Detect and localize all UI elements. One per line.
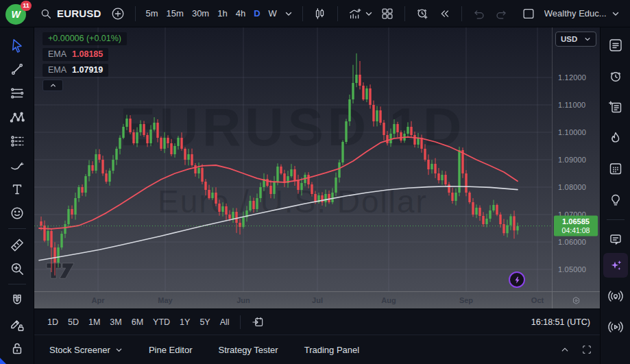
chart-style-button[interactable] — [309, 3, 331, 24]
lightning-bolt-icon — [513, 276, 522, 284]
price-axis[interactable]: USD 1.120001.110001.100001.090001.080001… — [552, 27, 600, 291]
create-alert-button[interactable] — [411, 3, 433, 24]
watchlist-button[interactable] — [603, 33, 628, 58]
interval-5m[interactable]: 5m — [142, 5, 162, 21]
go-to-date-button[interactable] — [246, 313, 269, 332]
clock-utc[interactable]: 16:18:51 (UTC) — [531, 317, 592, 327]
alert-clock-plus-icon — [415, 6, 430, 21]
price-change: +0.00006 (+0.01%) — [48, 34, 121, 43]
interval-1w[interactable]: W — [265, 5, 281, 21]
interval-15m[interactable]: 15m — [162, 5, 188, 21]
interval-1d[interactable]: D — [250, 5, 264, 21]
interval-1h[interactable]: 1h — [213, 5, 231, 21]
alerts-button[interactable] — [603, 64, 628, 88]
time-tick: Sep — [459, 296, 473, 304]
last-price-label: 1.06585 04:41:08 — [554, 215, 598, 236]
undo-arrow-icon — [472, 6, 487, 21]
compare-add-symbol-button[interactable] — [107, 3, 129, 24]
interval-dropdown-button[interactable] — [281, 7, 296, 21]
trend-line-tool-button[interactable] — [4, 57, 30, 81]
toolbar-divider — [135, 6, 136, 21]
zoom-in-icon — [8, 260, 26, 278]
lock-all-drawings-button[interactable] — [4, 336, 30, 360]
ema-slow-row[interactable]: EMA 1.07919 — [43, 64, 108, 77]
symbol-change-row[interactable]: +0.00006 (+0.01%) — [43, 32, 127, 45]
redo-button[interactable] — [490, 3, 512, 24]
watermark-description: Euro / U.S. Dollar — [158, 184, 428, 219]
pattern-tool-button[interactable] — [4, 105, 30, 129]
ema-fast-row[interactable]: EMA 1.08185 — [43, 48, 108, 61]
magnet-mode-button[interactable] — [4, 288, 30, 312]
currency-selector[interactable]: USD — [555, 32, 596, 47]
layout-grid-button[interactable] — [376, 3, 398, 24]
time-tick: May — [158, 296, 172, 304]
fib-retracement-tool-button[interactable] — [4, 81, 30, 105]
app-menu-button[interactable]: W 11 — [5, 2, 29, 25]
instant-trading-button[interactable] — [509, 271, 525, 288]
drawing-toolbar — [0, 27, 34, 364]
time-tick: Jun — [237, 296, 250, 304]
text-icon — [8, 180, 26, 198]
brush-tool-button[interactable] — [4, 153, 30, 177]
range-1y[interactable]: 1Y — [175, 315, 195, 330]
redo-arrow-icon — [494, 6, 509, 21]
panel-expand-button[interactable] — [559, 343, 571, 356]
watchlist-icon — [607, 37, 624, 53]
notifications-button[interactable] — [603, 358, 628, 364]
indicator-label: EMA — [48, 49, 66, 59]
range-5d[interactable]: 5D — [63, 315, 84, 330]
ideas-button[interactable] — [603, 187, 628, 212]
range-3m[interactable]: 3M — [105, 315, 126, 330]
range-1m[interactable]: 1M — [84, 315, 105, 330]
measure-tool-button[interactable] — [4, 232, 30, 256]
text-tool-button[interactable] — [4, 177, 30, 201]
interval-30m[interactable]: 30m — [188, 5, 213, 21]
indicators-button[interactable] — [344, 3, 376, 24]
alarm-clock-icon — [607, 68, 624, 84]
sidebar-divider — [607, 219, 625, 220]
streams-button[interactable] — [603, 315, 628, 339]
emoji-tool-button[interactable] — [4, 201, 30, 225]
chat-button[interactable] — [603, 227, 628, 252]
tab-stock-screener[interactable]: Stock Screener — [49, 345, 123, 355]
drawing-mode-lock-button[interactable] — [4, 312, 30, 336]
legend-collapse-button[interactable] — [43, 80, 63, 91]
chart-settings-corner-button[interactable] — [552, 291, 600, 308]
projection-tool-button[interactable] — [4, 129, 30, 153]
range-all[interactable]: All — [215, 315, 234, 330]
xabcd-pattern-icon — [8, 108, 26, 126]
broadcast-bulb-icon — [607, 288, 624, 304]
live-ideas-button[interactable] — [603, 284, 628, 308]
tab-strategy-tester[interactable]: Strategy Tester — [218, 345, 278, 355]
chart-area[interactable]: EURUSD 1D Euro / U.S. Dollar +0.00006 (+… — [34, 27, 600, 364]
toolbar-divider — [302, 6, 303, 21]
symbol-search-button[interactable]: EURUSD — [34, 5, 107, 23]
save-layout-button[interactable]: Wealthy Educ... — [518, 3, 623, 24]
calendar-button[interactable] — [603, 156, 628, 181]
zoom-in-tool-button[interactable] — [4, 256, 30, 280]
notes-button[interactable] — [603, 95, 628, 119]
range-ytd[interactable]: YTD — [148, 315, 175, 330]
ruler-icon — [8, 236, 26, 254]
fullscreen-button[interactable] — [581, 343, 593, 356]
interval-4h[interactable]: 4h — [232, 5, 250, 21]
undo-button[interactable] — [468, 3, 490, 24]
range-5y[interactable]: 5Y — [195, 315, 215, 330]
tab-label: Stock Screener — [49, 345, 110, 355]
bar-replay-button[interactable] — [433, 3, 455, 24]
currency-label: USD — [561, 35, 577, 43]
tab-pine-editor[interactable]: Pine Editor — [149, 345, 193, 355]
cursor-tool-button[interactable] — [4, 33, 30, 57]
tab-label: Trading Panel — [304, 345, 359, 355]
range-1d[interactable]: 1D — [43, 315, 63, 330]
magnet-icon — [8, 291, 26, 309]
range-6m[interactable]: 6M — [127, 315, 148, 330]
hotlists-button[interactable] — [603, 125, 628, 150]
chevron-down-icon — [115, 346, 123, 354]
plus-circle-icon — [110, 6, 125, 21]
trend-line-icon — [8, 60, 26, 78]
bar-countdown: 04:41:08 — [554, 226, 598, 235]
ai-assistant-button[interactable] — [603, 253, 628, 278]
tab-trading-panel[interactable]: Trading Panel — [304, 345, 359, 355]
time-axis[interactable]: AprMayJunJulAugSepOct — [34, 291, 552, 308]
